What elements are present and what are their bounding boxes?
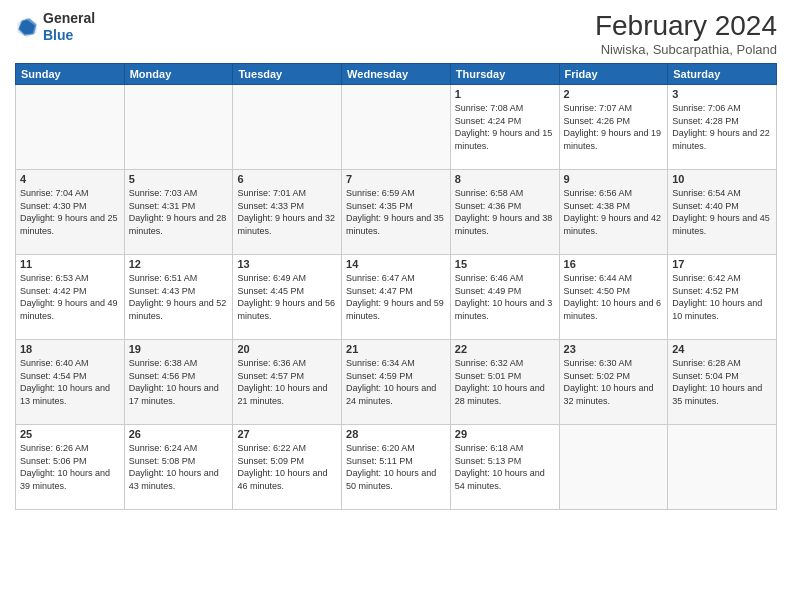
day-info: Sunrise: 6:34 AM Sunset: 4:59 PM Dayligh…	[346, 357, 446, 407]
week-row-4: 18Sunrise: 6:40 AM Sunset: 4:54 PM Dayli…	[16, 340, 777, 425]
calendar-cell: 8Sunrise: 6:58 AM Sunset: 4:36 PM Daylig…	[450, 170, 559, 255]
day-number: 12	[129, 258, 229, 270]
day-info: Sunrise: 6:59 AM Sunset: 4:35 PM Dayligh…	[346, 187, 446, 237]
day-number: 26	[129, 428, 229, 440]
calendar-cell: 3Sunrise: 7:06 AM Sunset: 4:28 PM Daylig…	[668, 85, 777, 170]
day-number: 24	[672, 343, 772, 355]
calendar-cell: 21Sunrise: 6:34 AM Sunset: 4:59 PM Dayli…	[342, 340, 451, 425]
day-number: 27	[237, 428, 337, 440]
calendar-cell	[668, 425, 777, 510]
day-number: 28	[346, 428, 446, 440]
day-header-monday: Monday	[124, 64, 233, 85]
day-number: 18	[20, 343, 120, 355]
calendar-cell	[233, 85, 342, 170]
calendar-cell: 17Sunrise: 6:42 AM Sunset: 4:52 PM Dayli…	[668, 255, 777, 340]
logo-blue: Blue	[43, 27, 73, 43]
day-number: 25	[20, 428, 120, 440]
calendar-cell	[559, 425, 668, 510]
day-info: Sunrise: 6:51 AM Sunset: 4:43 PM Dayligh…	[129, 272, 229, 322]
day-info: Sunrise: 6:30 AM Sunset: 5:02 PM Dayligh…	[564, 357, 664, 407]
day-info: Sunrise: 6:22 AM Sunset: 5:09 PM Dayligh…	[237, 442, 337, 492]
calendar-cell: 9Sunrise: 6:56 AM Sunset: 4:38 PM Daylig…	[559, 170, 668, 255]
day-info: Sunrise: 6:44 AM Sunset: 4:50 PM Dayligh…	[564, 272, 664, 322]
calendar-cell: 11Sunrise: 6:53 AM Sunset: 4:42 PM Dayli…	[16, 255, 125, 340]
day-info: Sunrise: 6:32 AM Sunset: 5:01 PM Dayligh…	[455, 357, 555, 407]
day-info: Sunrise: 6:18 AM Sunset: 5:13 PM Dayligh…	[455, 442, 555, 492]
month-title: February 2024	[595, 10, 777, 42]
week-row-3: 11Sunrise: 6:53 AM Sunset: 4:42 PM Dayli…	[16, 255, 777, 340]
day-header-friday: Friday	[559, 64, 668, 85]
day-info: Sunrise: 7:08 AM Sunset: 4:24 PM Dayligh…	[455, 102, 555, 152]
day-number: 7	[346, 173, 446, 185]
calendar-cell: 4Sunrise: 7:04 AM Sunset: 4:30 PM Daylig…	[16, 170, 125, 255]
day-info: Sunrise: 6:26 AM Sunset: 5:06 PM Dayligh…	[20, 442, 120, 492]
day-header-saturday: Saturday	[668, 64, 777, 85]
day-number: 10	[672, 173, 772, 185]
calendar-cell: 18Sunrise: 6:40 AM Sunset: 4:54 PM Dayli…	[16, 340, 125, 425]
calendar-cell: 26Sunrise: 6:24 AM Sunset: 5:08 PM Dayli…	[124, 425, 233, 510]
day-number: 19	[129, 343, 229, 355]
day-header-thursday: Thursday	[450, 64, 559, 85]
calendar-table: SundayMondayTuesdayWednesdayThursdayFrid…	[15, 63, 777, 510]
day-number: 5	[129, 173, 229, 185]
day-number: 3	[672, 88, 772, 100]
day-info: Sunrise: 6:20 AM Sunset: 5:11 PM Dayligh…	[346, 442, 446, 492]
day-info: Sunrise: 7:04 AM Sunset: 4:30 PM Dayligh…	[20, 187, 120, 237]
day-number: 11	[20, 258, 120, 270]
day-number: 22	[455, 343, 555, 355]
logo-icon	[15, 15, 39, 39]
calendar-cell: 27Sunrise: 6:22 AM Sunset: 5:09 PM Dayli…	[233, 425, 342, 510]
day-number: 1	[455, 88, 555, 100]
day-info: Sunrise: 6:24 AM Sunset: 5:08 PM Dayligh…	[129, 442, 229, 492]
calendar-cell: 1Sunrise: 7:08 AM Sunset: 4:24 PM Daylig…	[450, 85, 559, 170]
location-subtitle: Niwiska, Subcarpathia, Poland	[595, 42, 777, 57]
calendar-cell: 28Sunrise: 6:20 AM Sunset: 5:11 PM Dayli…	[342, 425, 451, 510]
calendar-cell: 22Sunrise: 6:32 AM Sunset: 5:01 PM Dayli…	[450, 340, 559, 425]
calendar-cell: 2Sunrise: 7:07 AM Sunset: 4:26 PM Daylig…	[559, 85, 668, 170]
day-number: 14	[346, 258, 446, 270]
day-number: 9	[564, 173, 664, 185]
day-number: 4	[20, 173, 120, 185]
header: General Blue February 2024 Niwiska, Subc…	[15, 10, 777, 57]
day-info: Sunrise: 7:01 AM Sunset: 4:33 PM Dayligh…	[237, 187, 337, 237]
calendar-cell: 12Sunrise: 6:51 AM Sunset: 4:43 PM Dayli…	[124, 255, 233, 340]
calendar-cell	[16, 85, 125, 170]
day-info: Sunrise: 6:36 AM Sunset: 4:57 PM Dayligh…	[237, 357, 337, 407]
logo-general: General	[43, 10, 95, 26]
day-header-wednesday: Wednesday	[342, 64, 451, 85]
calendar-cell: 13Sunrise: 6:49 AM Sunset: 4:45 PM Dayli…	[233, 255, 342, 340]
calendar-cell: 7Sunrise: 6:59 AM Sunset: 4:35 PM Daylig…	[342, 170, 451, 255]
header-row: SundayMondayTuesdayWednesdayThursdayFrid…	[16, 64, 777, 85]
day-info: Sunrise: 6:42 AM Sunset: 4:52 PM Dayligh…	[672, 272, 772, 322]
calendar-cell: 23Sunrise: 6:30 AM Sunset: 5:02 PM Dayli…	[559, 340, 668, 425]
calendar-cell	[342, 85, 451, 170]
calendar-cell: 16Sunrise: 6:44 AM Sunset: 4:50 PM Dayli…	[559, 255, 668, 340]
day-info: Sunrise: 6:58 AM Sunset: 4:36 PM Dayligh…	[455, 187, 555, 237]
day-info: Sunrise: 6:38 AM Sunset: 4:56 PM Dayligh…	[129, 357, 229, 407]
day-info: Sunrise: 6:47 AM Sunset: 4:47 PM Dayligh…	[346, 272, 446, 322]
day-info: Sunrise: 7:06 AM Sunset: 4:28 PM Dayligh…	[672, 102, 772, 152]
day-header-tuesday: Tuesday	[233, 64, 342, 85]
page: General Blue February 2024 Niwiska, Subc…	[0, 0, 792, 612]
day-number: 17	[672, 258, 772, 270]
calendar-cell: 19Sunrise: 6:38 AM Sunset: 4:56 PM Dayli…	[124, 340, 233, 425]
day-number: 13	[237, 258, 337, 270]
calendar-cell: 14Sunrise: 6:47 AM Sunset: 4:47 PM Dayli…	[342, 255, 451, 340]
title-area: February 2024 Niwiska, Subcarpathia, Pol…	[595, 10, 777, 57]
day-number: 2	[564, 88, 664, 100]
calendar-cell: 29Sunrise: 6:18 AM Sunset: 5:13 PM Dayli…	[450, 425, 559, 510]
day-info: Sunrise: 6:56 AM Sunset: 4:38 PM Dayligh…	[564, 187, 664, 237]
day-number: 6	[237, 173, 337, 185]
week-row-2: 4Sunrise: 7:04 AM Sunset: 4:30 PM Daylig…	[16, 170, 777, 255]
calendar-cell: 24Sunrise: 6:28 AM Sunset: 5:04 PM Dayli…	[668, 340, 777, 425]
day-number: 21	[346, 343, 446, 355]
calendar-cell: 10Sunrise: 6:54 AM Sunset: 4:40 PM Dayli…	[668, 170, 777, 255]
day-number: 8	[455, 173, 555, 185]
calendar-cell: 25Sunrise: 6:26 AM Sunset: 5:06 PM Dayli…	[16, 425, 125, 510]
calendar-cell	[124, 85, 233, 170]
day-number: 15	[455, 258, 555, 270]
day-info: Sunrise: 6:46 AM Sunset: 4:49 PM Dayligh…	[455, 272, 555, 322]
day-info: Sunrise: 6:28 AM Sunset: 5:04 PM Dayligh…	[672, 357, 772, 407]
day-number: 29	[455, 428, 555, 440]
day-info: Sunrise: 7:03 AM Sunset: 4:31 PM Dayligh…	[129, 187, 229, 237]
